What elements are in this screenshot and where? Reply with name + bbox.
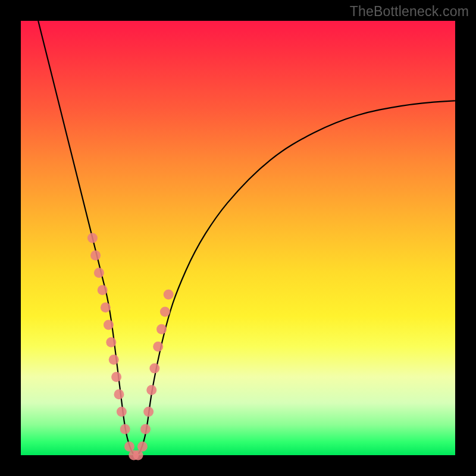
data-marker bbox=[143, 407, 154, 417]
data-marker bbox=[160, 307, 170, 317]
data-marker bbox=[94, 268, 104, 278]
data-marker bbox=[156, 324, 167, 334]
data-marker bbox=[140, 424, 151, 434]
data-marker bbox=[117, 407, 127, 417]
data-marker bbox=[90, 250, 101, 261]
data-marker bbox=[146, 385, 156, 395]
data-marker bbox=[101, 302, 111, 312]
data-marker bbox=[111, 372, 121, 382]
watermark-text: TheBottleneck.com bbox=[350, 4, 469, 20]
data-marker bbox=[106, 337, 116, 347]
chart-svg bbox=[21, 21, 455, 455]
data-marker bbox=[104, 320, 114, 330]
data-marker bbox=[109, 355, 119, 365]
data-marker bbox=[87, 233, 98, 243]
data-marker bbox=[124, 441, 134, 452]
data-marker bbox=[114, 389, 124, 399]
data-marker bbox=[98, 285, 108, 295]
data-marker bbox=[149, 364, 159, 374]
data-marker bbox=[164, 289, 174, 299]
chart-frame: TheBottleneck.com bbox=[0, 0, 476, 476]
bottleneck-curve bbox=[38, 21, 455, 455]
data-marker bbox=[153, 342, 163, 352]
data-marker bbox=[137, 441, 148, 452]
data-marker bbox=[133, 450, 143, 461]
data-marker bbox=[120, 424, 130, 434]
